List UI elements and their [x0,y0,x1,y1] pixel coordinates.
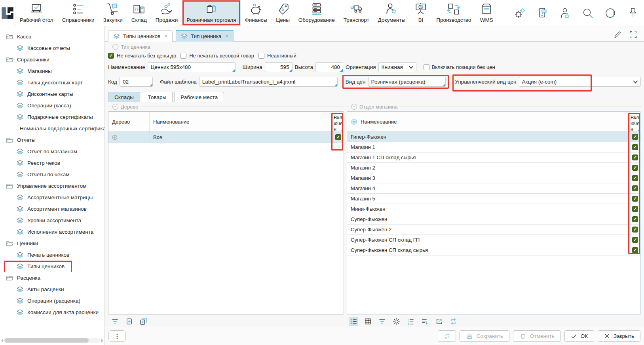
toolbar-item-sales[interactable]: Продажи [151,0,182,26]
department-row[interactable]: Магазин 1 СП склад сырья [347,152,640,163]
column-menu-icon[interactable] [351,118,357,125]
department-name[interactable]: Супер-Фьюжен [347,214,630,224]
sidebar-item[interactable]: Печать ценников [0,249,104,261]
column-header-included[interactable]: Включен [630,112,640,132]
sidebar-item[interactable]: Расценка [0,272,104,284]
tab-close-icon[interactable]: × [225,33,228,39]
sidebar-horizontal-scrollbar[interactable] [1,338,103,343]
sidebar-item[interactable]: Номиналы подарочных сертификатов [0,123,104,134]
department-included-cell[interactable] [630,175,640,181]
department-name[interactable]: Магазин 5 [347,194,630,204]
template-file-field[interactable] [199,77,338,87]
height-field[interactable] [315,62,343,72]
sidebar-item[interactable]: Справочники [0,54,104,65]
sidebar-item[interactable]: Отчеты [0,134,104,146]
checkbox[interactable] [632,227,638,233]
department-row[interactable]: Супер-Фьюжен СП склад ГП [347,235,640,245]
department-included-cell[interactable] [630,165,640,171]
department-row[interactable]: Гипер-Фьюжен [347,132,640,142]
filter-icon[interactable] [378,317,387,326]
grid-view-icon[interactable] [363,317,372,326]
more-actions-button[interactable] [108,330,126,342]
filter-icon[interactable] [110,317,120,326]
column-header-tree[interactable]: Дерево [108,112,150,132]
save-button[interactable]: Сохранить [460,330,509,342]
toolbar-item-transport[interactable]: Транспорт [339,0,374,26]
open-external-icon[interactable] [435,317,444,326]
width-input[interactable] [265,62,293,72]
tab-price-tag-type[interactable]: Тип ценника × [176,30,234,42]
include-without-price-checkbox[interactable] [424,64,429,70]
sidebar-item[interactable]: Ценники [0,238,104,249]
numbered-list-icon[interactable]: 123 [406,317,415,326]
sidebar-item[interactable]: Управление ассортиментом [0,180,104,192]
checkbox[interactable] [632,175,638,181]
department-name[interactable]: Гипер-Фьюжен [347,132,630,142]
mgmt-price-kind-select[interactable]: Акция (e-com) [519,77,641,87]
checkbox[interactable] [632,185,638,191]
scrollbar-track[interactable] [4,338,100,343]
expand-all-icon[interactable] [139,317,148,326]
toolbar-item-purchasing[interactable]: Закупки [99,0,127,26]
cancel-button[interactable]: Отменить [513,330,561,342]
height-input[interactable] [315,62,343,72]
department-included-cell[interactable] [630,227,640,233]
checkbox[interactable] [632,134,638,140]
code-field[interactable] [120,77,153,87]
department-row[interactable]: Супер-Фьюжен [347,214,640,225]
user-lock-icon[interactable] [559,7,571,19]
column-header-included[interactable]: Включен [333,112,344,132]
department-name[interactable]: Магазин 1 [347,142,630,152]
toolbar-item-desktop[interactable]: Рабочий стол [15,0,58,26]
collapse-icon[interactable] [112,44,118,50]
pin-icon[interactable] [627,7,639,19]
checkbox[interactable] [632,237,638,243]
checkbox[interactable] [632,154,638,160]
checkbox[interactable] [108,53,114,59]
checkbox[interactable] [632,196,638,202]
history-clock-icon[interactable] [604,7,616,19]
department-row[interactable]: Мини-Фьюжен [347,204,640,214]
sidebar-item[interactable]: Акты расценки [0,284,104,295]
price-kind-input[interactable] [368,77,446,87]
tree-row-included-cell[interactable] [333,132,344,143]
fullscreen-icon[interactable] [629,30,638,39]
column-header-name[interactable]: Наименование [347,112,630,132]
department-row[interactable]: Супер-Фьюжен 2 [347,225,640,235]
department-row[interactable]: Магазин 2 [347,163,640,173]
checkbox[interactable] [632,165,638,171]
close-button[interactable]: Закрыть [598,330,640,342]
sidebar-item[interactable]: Операции (касса) [0,100,104,111]
toolbar-item-equipment[interactable]: Оборудование [294,0,339,26]
sidebar-item[interactable]: Операции (расценка) [0,295,104,307]
sidebar-item[interactable]: Ассортиментные матрицы [0,192,104,203]
toolbar-item-retail[interactable]: Розничная торговля [182,0,240,26]
toolbar-item-prices[interactable]: $ Цены [272,0,294,26]
expand-node-icon[interactable] [125,317,134,326]
tab-price-tag-types[interactable]: Типы ценников × [108,30,173,42]
department-row[interactable]: Супер-Фьюжен СП склад сырья [347,245,640,255]
reload-cycle-icon[interactable] [449,317,458,326]
checkbox[interactable] [632,216,638,222]
department-included-cell[interactable] [630,206,640,212]
checkbox[interactable] [632,206,638,212]
name-field[interactable] [148,62,236,72]
scroll-left-arrow-icon[interactable] [1,339,3,343]
checkbox[interactable] [335,134,341,140]
list-view-icon[interactable] [349,317,358,326]
scroll-right-arrow-icon[interactable] [101,339,103,343]
collapse-icon[interactable] [112,104,118,110]
toolbar-item-wms[interactable]: WMS [475,0,498,26]
toolbar-item-bi[interactable]: BI [410,0,432,26]
department-name[interactable]: Магазин 2 [347,163,630,173]
sidebar-item[interactable]: Подарочные сертификаты [0,111,104,123]
toolbar-item-references[interactable]: Справочники [58,0,99,26]
tree-expand-cell[interactable] [108,132,150,143]
sidebar-item[interactable]: Ассортимент магазинов [0,203,104,215]
toolbar-item-finance[interactable]: Финансы [241,0,272,26]
sidebar-item[interactable]: Магазины [0,65,104,77]
toolbar-item-documents[interactable]: Документы [374,0,410,26]
department-included-cell[interactable] [630,247,640,253]
tree-row-name[interactable]: Все [150,132,333,143]
sidebar-item[interactable]: Дисконтные карты [0,88,104,100]
